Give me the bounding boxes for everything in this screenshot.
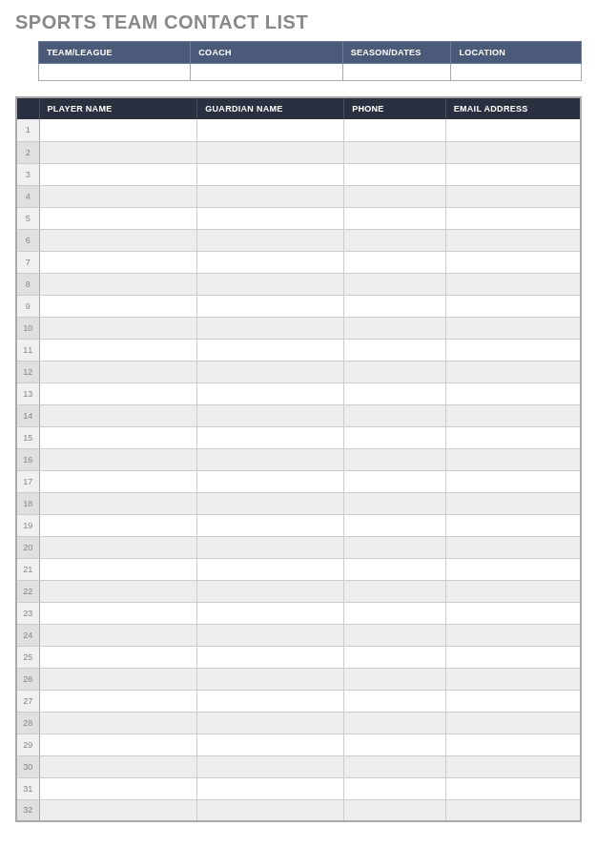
cell-guardian-name[interactable] xyxy=(197,295,344,317)
cell-guardian-name[interactable] xyxy=(197,317,344,339)
cell-player-name[interactable] xyxy=(39,141,197,163)
cell-phone[interactable] xyxy=(344,426,446,448)
cell-phone[interactable] xyxy=(344,185,446,207)
cell-email[interactable] xyxy=(445,624,581,646)
cell-player-name[interactable] xyxy=(39,382,197,404)
cell-player-name[interactable] xyxy=(39,185,197,207)
cell-guardian-name[interactable] xyxy=(197,492,344,514)
cell-player-name[interactable] xyxy=(39,229,197,251)
cell-email[interactable] xyxy=(445,668,581,690)
cell-guardian-name[interactable] xyxy=(197,580,344,602)
cell-phone[interactable] xyxy=(344,536,446,558)
cell-guardian-name[interactable] xyxy=(197,448,344,470)
cell-guardian-name[interactable] xyxy=(197,361,344,382)
cell-guardian-name[interactable] xyxy=(197,777,344,799)
cell-phone[interactable] xyxy=(344,470,446,492)
cell-phone[interactable] xyxy=(344,690,446,712)
cell-phone[interactable] xyxy=(344,602,446,624)
cell-phone[interactable] xyxy=(344,712,446,734)
cell-player-name[interactable] xyxy=(39,426,197,448)
cell-player-name[interactable] xyxy=(39,448,197,470)
cell-player-name[interactable] xyxy=(39,734,197,755)
cell-player-name[interactable] xyxy=(39,339,197,361)
cell-email[interactable] xyxy=(445,755,581,777)
cell-player-name[interactable] xyxy=(39,273,197,295)
cell-email[interactable] xyxy=(445,317,581,339)
cell-guardian-name[interactable] xyxy=(197,690,344,712)
cell-player-name[interactable] xyxy=(39,514,197,536)
cell-phone[interactable] xyxy=(344,229,446,251)
cell-phone[interactable] xyxy=(344,755,446,777)
cell-guardian-name[interactable] xyxy=(197,141,344,163)
cell-player-name[interactable] xyxy=(39,777,197,799)
cell-guardian-name[interactable] xyxy=(197,558,344,580)
cell-guardian-name[interactable] xyxy=(197,668,344,690)
cell-guardian-name[interactable] xyxy=(197,185,344,207)
cell-phone[interactable] xyxy=(344,295,446,317)
cell-email[interactable] xyxy=(445,558,581,580)
cell-player-name[interactable] xyxy=(39,251,197,273)
cell-email[interactable] xyxy=(445,229,581,251)
cell-email[interactable] xyxy=(445,251,581,273)
cell-guardian-name[interactable] xyxy=(197,163,344,185)
cell-player-name[interactable] xyxy=(39,317,197,339)
cell-player-name[interactable] xyxy=(39,799,197,821)
cell-email[interactable] xyxy=(445,492,581,514)
cell-player-name[interactable] xyxy=(39,163,197,185)
cell-email[interactable] xyxy=(445,799,581,821)
cell-email[interactable] xyxy=(445,339,581,361)
cell-guardian-name[interactable] xyxy=(197,470,344,492)
cell-phone[interactable] xyxy=(344,119,446,141)
cell-phone[interactable] xyxy=(344,492,446,514)
cell-email[interactable] xyxy=(445,119,581,141)
cell-phone[interactable] xyxy=(344,339,446,361)
cell-email[interactable] xyxy=(445,514,581,536)
cell-phone[interactable] xyxy=(344,734,446,755)
cell-email[interactable] xyxy=(445,580,581,602)
cell-email[interactable] xyxy=(445,646,581,668)
cell-email[interactable] xyxy=(445,185,581,207)
cell-phone[interactable] xyxy=(344,448,446,470)
cell-email[interactable] xyxy=(445,382,581,404)
cell-guardian-name[interactable] xyxy=(197,339,344,361)
cell-phone[interactable] xyxy=(344,404,446,426)
cell-player-name[interactable] xyxy=(39,624,197,646)
cell-email[interactable] xyxy=(445,448,581,470)
cell-guardian-name[interactable] xyxy=(197,251,344,273)
cell-email[interactable] xyxy=(445,777,581,799)
cell-guardian-name[interactable] xyxy=(197,207,344,229)
cell-guardian-name[interactable] xyxy=(197,624,344,646)
cell-player-name[interactable] xyxy=(39,668,197,690)
cell-phone[interactable] xyxy=(344,668,446,690)
cell-phone[interactable] xyxy=(344,273,446,295)
cell-guardian-name[interactable] xyxy=(197,646,344,668)
cell-player-name[interactable] xyxy=(39,558,197,580)
cell-player-name[interactable] xyxy=(39,207,197,229)
cell-email[interactable] xyxy=(445,163,581,185)
cell-phone[interactable] xyxy=(344,799,446,821)
cell-email[interactable] xyxy=(445,404,581,426)
cell-player-name[interactable] xyxy=(39,536,197,558)
cell-guardian-name[interactable] xyxy=(197,426,344,448)
cell-phone[interactable] xyxy=(344,580,446,602)
cell-email[interactable] xyxy=(445,207,581,229)
cell-phone[interactable] xyxy=(344,163,446,185)
cell-guardian-name[interactable] xyxy=(197,602,344,624)
cell-phone[interactable] xyxy=(344,514,446,536)
cell-phone[interactable] xyxy=(344,361,446,382)
cell-player-name[interactable] xyxy=(39,404,197,426)
cell-email[interactable] xyxy=(445,295,581,317)
cell-guardian-name[interactable] xyxy=(197,712,344,734)
info-cell-team-league[interactable] xyxy=(39,64,191,81)
cell-player-name[interactable] xyxy=(39,580,197,602)
cell-player-name[interactable] xyxy=(39,470,197,492)
cell-phone[interactable] xyxy=(344,207,446,229)
cell-phone[interactable] xyxy=(344,317,446,339)
info-cell-season-dates[interactable] xyxy=(342,64,451,81)
cell-player-name[interactable] xyxy=(39,492,197,514)
cell-phone[interactable] xyxy=(344,777,446,799)
cell-guardian-name[interactable] xyxy=(197,514,344,536)
cell-email[interactable] xyxy=(445,273,581,295)
cell-guardian-name[interactable] xyxy=(197,734,344,755)
cell-email[interactable] xyxy=(445,690,581,712)
